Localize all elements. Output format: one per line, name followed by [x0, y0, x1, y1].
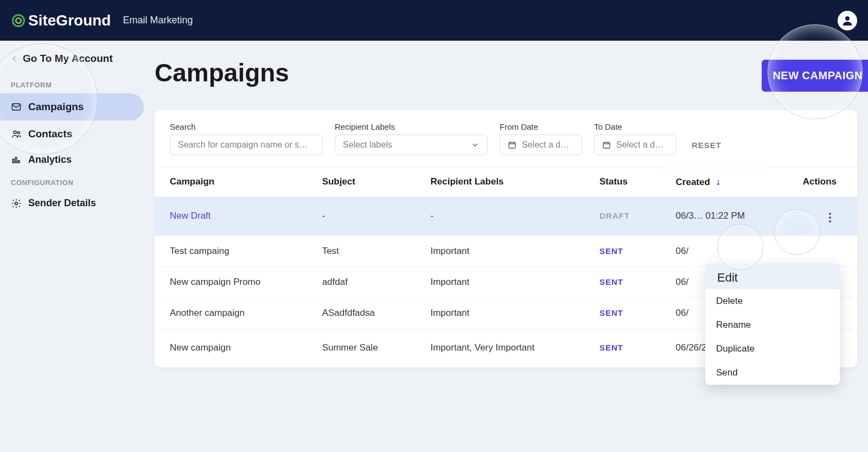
menu-send[interactable]: Send [705, 361, 840, 385]
cell-subject: Test [307, 235, 416, 266]
menu-edit[interactable]: Edit [705, 263, 840, 292]
svg-point-2 [845, 16, 850, 21]
search-input[interactable] [170, 135, 323, 155]
from-date-input[interactable]: Select a d… [500, 135, 582, 155]
nav-sender-details[interactable]: Sender Details [0, 191, 144, 215]
users-icon [11, 129, 22, 139]
mail-icon [11, 101, 22, 112]
nav-campaigns-label: Campaigns [28, 101, 84, 113]
cell-subject: adfdaf [307, 266, 416, 297]
section-platform: PLATFORM [0, 74, 144, 93]
avatar[interactable] [838, 11, 857, 30]
svg-point-1 [16, 18, 21, 23]
from-date-placeholder: Select a d… [522, 140, 569, 150]
cell-campaign[interactable]: New campaign [155, 328, 307, 367]
sort-down-icon [714, 177, 722, 187]
cell-status: SENT [584, 235, 661, 266]
col-actions: Actions [770, 168, 857, 197]
nav-contacts-label: Contacts [28, 128, 72, 140]
col-campaign[interactable]: Campaign [155, 168, 307, 197]
cell-labels: Important [415, 297, 584, 328]
from-date-label: From Date [500, 122, 582, 131]
cell-subject: Summer Sale [307, 328, 416, 367]
cell-subject: - [307, 196, 416, 235]
svg-rect-6 [12, 159, 14, 163]
page-title: Campaigns [155, 58, 289, 87]
svg-point-5 [17, 131, 20, 133]
col-labels[interactable]: Recipient Labels [415, 168, 584, 197]
search-label: Search [170, 122, 323, 131]
new-campaign-button[interactable]: NEW CAMPAIGN [762, 60, 868, 92]
col-created-label: Created [676, 177, 710, 188]
row-menu-button[interactable] [824, 209, 837, 226]
to-date-placeholder: Select a d… [616, 140, 663, 150]
svg-rect-8 [18, 160, 20, 162]
svg-point-9 [15, 202, 18, 205]
arrow-left-icon [10, 54, 18, 63]
cell-status: SENT [584, 328, 661, 367]
cell-status: SENT [584, 297, 661, 328]
cell-status: SENT [584, 266, 661, 297]
menu-rename[interactable]: Rename [705, 313, 840, 337]
cell-labels: Important [415, 266, 584, 297]
col-created[interactable]: Created [661, 168, 770, 196]
labels-placeholder: Select labels [343, 140, 392, 150]
brand-logo[interactable]: SiteGround [11, 12, 111, 29]
swirl-icon [11, 13, 26, 28]
calendar-icon [602, 141, 611, 149]
brand-name: SiteGround [28, 12, 111, 29]
back-to-account-link[interactable]: Go To My Account [0, 47, 144, 74]
cell-actions [770, 235, 857, 266]
col-subject[interactable]: Subject [307, 168, 416, 197]
col-status[interactable]: Status [584, 168, 661, 197]
nav-campaigns[interactable]: Campaigns [0, 93, 144, 120]
labels-select[interactable]: Select labels [335, 135, 488, 155]
svg-point-4 [14, 131, 16, 133]
top-bar: SiteGround Email Marketing [0, 0, 868, 41]
to-date-filter: To Date Select a d… [594, 122, 676, 155]
svg-rect-7 [15, 157, 17, 163]
nav-contacts[interactable]: Contacts [0, 120, 144, 148]
cell-labels: Important, Very Important [415, 328, 584, 367]
cell-created: 06/ [661, 235, 770, 266]
svg-rect-10 [509, 142, 515, 148]
sidebar: Go To My Account PLATFORM Campaigns Cont… [0, 41, 144, 452]
cell-campaign[interactable]: New campaign Promo [155, 266, 307, 297]
menu-duplicate[interactable]: Duplicate [705, 337, 840, 361]
row-context-menu: Edit Delete Rename Duplicate Send [705, 263, 840, 385]
cell-status: DRAFT [584, 196, 661, 235]
nav-sender-details-label: Sender Details [28, 198, 96, 209]
reset-button[interactable]: RESET [688, 135, 725, 155]
back-label: Go To My Account [23, 53, 113, 65]
user-icon [841, 14, 854, 27]
menu-delete[interactable]: Delete [705, 289, 840, 313]
labels-filter: Recipient Labels Select labels [335, 122, 488, 155]
to-date-input[interactable]: Select a d… [594, 135, 676, 155]
svg-rect-11 [603, 142, 610, 148]
nav-analytics-label: Analytics [28, 154, 72, 165]
app-name: Email Marketing [123, 15, 193, 26]
cell-campaign[interactable]: Another campaign [155, 297, 307, 328]
nav-analytics[interactable]: Analytics [0, 148, 144, 172]
main-content: Campaigns NEW CAMPAIGN Search Recipient … [144, 41, 868, 452]
table-row[interactable]: New Draft--DRAFT06/3… 01:22 PM [155, 196, 857, 235]
cell-subject: ASadfdfadsa [307, 297, 416, 328]
calendar-icon [508, 141, 516, 149]
cell-labels: Important [415, 235, 584, 266]
cell-actions [770, 196, 857, 235]
labels-label: Recipient Labels [335, 122, 488, 131]
search-filter: Search [170, 122, 323, 155]
cell-campaign[interactable]: New Draft [155, 196, 307, 235]
cell-campaign[interactable]: Test campaing [155, 235, 307, 266]
cell-labels: - [415, 196, 584, 235]
from-date-filter: From Date Select a d… [500, 122, 582, 155]
chart-icon [11, 155, 22, 165]
cell-created: 06/3… 01:22 PM [661, 196, 770, 235]
section-config: CONFIGURATION [0, 172, 144, 191]
gear-icon [11, 198, 22, 209]
svg-point-0 [13, 15, 24, 26]
campaigns-card: Search Recipient Labels Select labels Fr… [155, 110, 857, 367]
table-row[interactable]: Test campaingTestImportantSENT06/ [155, 235, 857, 266]
chevron-down-icon [471, 141, 480, 149]
to-date-label: To Date [594, 122, 676, 131]
